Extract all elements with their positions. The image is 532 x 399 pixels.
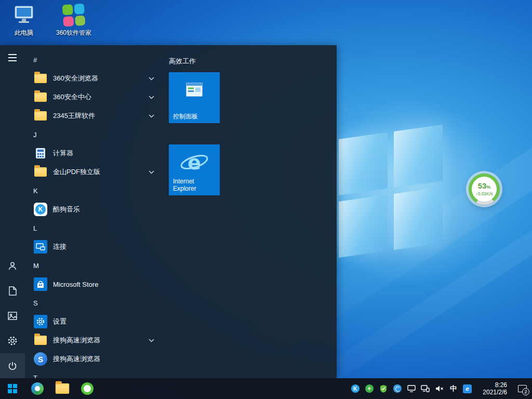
alpha-header[interactable]: T bbox=[25, 368, 161, 378]
pictures-button[interactable] bbox=[0, 303, 25, 328]
rail-spacer bbox=[0, 70, 25, 254]
start-app-item[interactable]: 设置 bbox=[25, 312, 161, 331]
user-account-button[interactable] bbox=[0, 254, 25, 278]
driver-tray-icon[interactable] bbox=[393, 384, 402, 393]
shield-tray-icon[interactable] bbox=[379, 384, 388, 393]
taskbar-clock[interactable]: 8:26 2021/2/6 bbox=[477, 381, 509, 396]
start-app-item[interactable]: 360安全浏览器 bbox=[25, 69, 161, 88]
computer-icon bbox=[12, 4, 35, 26]
folder-icon bbox=[33, 90, 48, 104]
chevron-down-icon[interactable] bbox=[149, 96, 154, 99]
desktop-icon-label: 360软件管家 bbox=[56, 29, 91, 37]
start-button[interactable] bbox=[0, 378, 25, 399]
windows-logo-pane bbox=[394, 187, 443, 250]
taskbar-file-explorer-button[interactable] bbox=[50, 378, 75, 399]
tile-group-title[interactable]: 高效工作 bbox=[169, 57, 220, 66]
folder-icon bbox=[33, 165, 48, 179]
calculator-icon bbox=[33, 146, 48, 161]
desktop-icon-label: 此电脑 bbox=[15, 29, 33, 37]
chevron-down-icon[interactable] bbox=[149, 77, 154, 81]
chevron-down-icon[interactable] bbox=[149, 339, 154, 342]
start-app-item[interactable]: 360安全中心 bbox=[25, 88, 161, 107]
start-app-item[interactable]: S 搜狗高速浏览器 bbox=[25, 350, 161, 368]
360-software-icon bbox=[62, 4, 86, 27]
taskbar-360-browser-button[interactable] bbox=[75, 378, 100, 399]
app-label: 酷狗音乐 bbox=[53, 205, 80, 214]
control-panel-icon bbox=[169, 83, 220, 97]
volume-muted-icon[interactable] bbox=[435, 384, 444, 393]
ie-tray-icon[interactable]: e bbox=[463, 384, 472, 393]
speed-ball-widget[interactable]: 53% ↓0.02K/s bbox=[469, 174, 500, 205]
tile-label: Internet Explorer bbox=[173, 178, 215, 192]
health-tray-icon[interactable]: + bbox=[365, 384, 374, 393]
app-label: 计算器 bbox=[53, 149, 73, 158]
alpha-header[interactable]: K bbox=[25, 181, 161, 200]
start-app-item[interactable]: 搜狗高速浏览器 bbox=[25, 331, 161, 350]
kugou-music-icon: K bbox=[33, 202, 48, 217]
network-tray-icon[interactable] bbox=[421, 384, 430, 393]
kugou-tray-icon[interactable]: K bbox=[351, 384, 360, 393]
settings-rail-button[interactable] bbox=[0, 328, 25, 353]
360-browser-icon bbox=[81, 382, 94, 395]
power-button[interactable] bbox=[0, 353, 25, 378]
windows-logo-pane bbox=[339, 132, 388, 195]
hamburger-menu-button[interactable] bbox=[0, 45, 25, 70]
file-explorer-icon bbox=[56, 383, 69, 394]
notification-badge: 2 bbox=[522, 388, 529, 395]
alpha-header[interactable]: # bbox=[25, 50, 161, 69]
folder-icon bbox=[33, 333, 48, 348]
app-label: 2345王牌软件 bbox=[53, 111, 95, 121]
app-label: Microsoft Store bbox=[53, 281, 98, 288]
app-label: 360安全浏览器 bbox=[53, 74, 98, 83]
start-app-list: # 360安全浏览器 360安全中心 2345王牌软件 J bbox=[25, 45, 161, 378]
windows-logo bbox=[339, 125, 443, 258]
network-speed: ↓0.02K/s bbox=[475, 191, 493, 196]
folder-icon bbox=[33, 71, 48, 86]
clock-time: 8:26 bbox=[479, 381, 507, 389]
documents-button[interactable] bbox=[0, 278, 25, 303]
folder-icon bbox=[33, 109, 48, 123]
system-tray: K + bbox=[351, 378, 532, 399]
start-app-item[interactable]: 2345王牌软件 bbox=[25, 107, 161, 125]
tile-label: 控制面板 bbox=[173, 113, 198, 120]
desktop-icon-360-software[interactable]: 360软件管家 bbox=[53, 4, 95, 37]
start-app-item[interactable]: 连接 bbox=[25, 237, 161, 256]
svg-text:e: e bbox=[188, 151, 201, 174]
app-label: 设置 bbox=[53, 317, 66, 326]
chevron-down-icon[interactable] bbox=[149, 114, 154, 118]
start-tiles: 高效工作 控制面板 e bbox=[169, 45, 220, 378]
chevron-down-icon[interactable] bbox=[149, 170, 154, 174]
clock-date: 2021/2/6 bbox=[479, 389, 507, 396]
windows-start-icon bbox=[8, 384, 17, 393]
start-app-item[interactable]: K 酷狗音乐 bbox=[25, 200, 161, 219]
action-center-button[interactable]: 2 bbox=[514, 378, 530, 399]
app-label: 连接 bbox=[53, 242, 66, 251]
start-app-item[interactable]: 金山PDF独立版 bbox=[25, 163, 161, 181]
settings-app-icon bbox=[33, 314, 48, 329]
speed-ball-inner: 53% ↓0.02K/s bbox=[472, 177, 497, 202]
start-rail bbox=[0, 45, 25, 378]
alpha-header[interactable]: S bbox=[25, 294, 161, 312]
desktop-icon-this-pc[interactable]: 此电脑 bbox=[3, 4, 45, 37]
display-tray-icon[interactable] bbox=[407, 384, 416, 393]
ime-indicator[interactable]: 中 bbox=[449, 384, 458, 393]
memory-percent: 53% bbox=[478, 182, 491, 191]
alpha-header[interactable]: L bbox=[25, 219, 161, 237]
start-app-item[interactable]: 计算器 bbox=[25, 144, 161, 163]
microsoft-store-icon bbox=[33, 277, 48, 291]
app-label: 360安全中心 bbox=[53, 92, 91, 102]
internet-explorer-icon: e bbox=[169, 150, 220, 177]
alpha-header[interactable]: M bbox=[25, 256, 161, 275]
desktop-icons: 此电脑 360软件管家 bbox=[3, 4, 95, 37]
start-menu: # 360安全浏览器 360安全中心 2345王牌软件 J bbox=[0, 45, 337, 378]
app-label: 搜狗高速浏览器 bbox=[53, 336, 100, 345]
app-label: 金山PDF独立版 bbox=[53, 167, 100, 177]
connect-icon bbox=[33, 240, 48, 254]
tile-control-panel[interactable]: 控制面板 bbox=[169, 72, 220, 123]
start-app-item[interactable]: Microsoft Store bbox=[25, 275, 161, 294]
screen: 此电脑 360软件管家 bbox=[0, 0, 532, 399]
360-safe-icon bbox=[31, 382, 44, 395]
alpha-header[interactable]: J bbox=[25, 125, 161, 144]
tile-internet-explorer[interactable]: e Internet Explorer bbox=[169, 144, 220, 195]
taskbar-360-safe-button[interactable] bbox=[25, 378, 50, 399]
